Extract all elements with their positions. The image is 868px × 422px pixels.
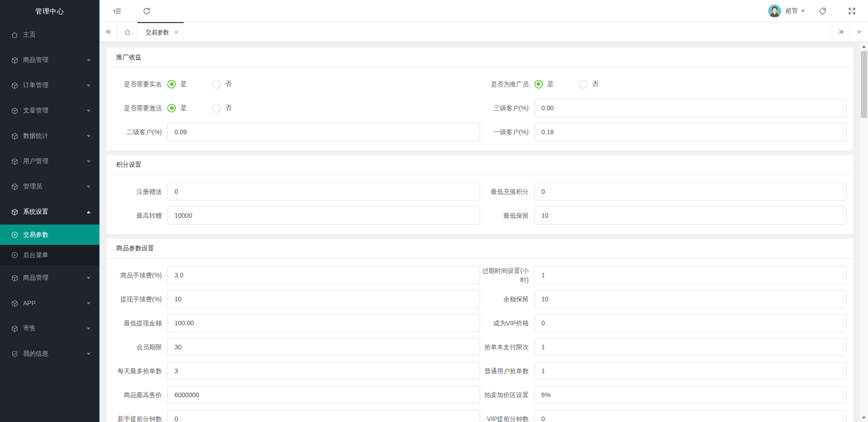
settings-form: 推广收益是否需要实名是否是否为推广员是否是否需要激活是否三级客户(%)二级客户(… (99, 42, 868, 422)
text-input[interactable] (167, 338, 480, 356)
text-input[interactable] (167, 290, 480, 308)
sidebar-item-admin[interactable]: 管理员 (0, 174, 99, 199)
sidebar-item-label: 商品管理 (23, 56, 87, 64)
section-title: 积分设置 (107, 155, 853, 175)
text-input[interactable] (167, 123, 480, 141)
scroll-tabs-left-icon[interactable] (99, 22, 118, 42)
user-menu[interactable]: 超管 (768, 5, 805, 18)
cube-icon (11, 82, 19, 89)
text-input[interactable] (534, 362, 847, 380)
sidebar-item-user-manage[interactable]: 用户管理 (0, 149, 99, 174)
tab-home[interactable] (118, 22, 137, 42)
field-label: 拍卖加价区设置 (480, 390, 534, 399)
text-input[interactable] (534, 386, 847, 404)
field-label: 普通用户抢单数 (480, 366, 534, 375)
tab-options-icon[interactable] (850, 22, 868, 42)
shield-icon (11, 350, 19, 358)
form-row: 最低提现金额成为VIP价格 (107, 314, 853, 332)
field-control (534, 362, 847, 380)
sidebar-item-goods-manage[interactable]: 商品管理 (0, 47, 99, 73)
form-field: 拍卖加价区设置 (480, 386, 854, 404)
sidebar-toggle-icon[interactable] (113, 7, 122, 15)
form-field: 最高转赠 (107, 206, 480, 225)
chevron-down-icon (87, 353, 90, 355)
radio-circle-icon (167, 80, 176, 89)
scrollbar-up-arrow[interactable] (860, 43, 868, 50)
text-input[interactable] (167, 183, 480, 201)
text-input[interactable] (534, 99, 847, 117)
radio-option[interactable]: 否 (212, 104, 231, 113)
radio-option[interactable]: 是 (167, 104, 187, 113)
text-input[interactable] (167, 410, 480, 422)
radio-label: 是 (547, 80, 554, 88)
chevron-down-icon (87, 59, 90, 61)
sidebar-item-app[interactable]: APP (0, 291, 99, 316)
text-input[interactable] (534, 206, 847, 225)
field-control (167, 386, 480, 404)
radio-option[interactable]: 是 (167, 80, 187, 89)
tag-icon[interactable] (818, 7, 827, 15)
text-input[interactable] (167, 266, 480, 284)
sidebar-item-order-manage[interactable]: 订单管理 (0, 73, 99, 98)
chevron-down-icon (801, 10, 805, 12)
text-input[interactable] (534, 183, 847, 201)
radio-option[interactable]: 否 (212, 80, 231, 89)
field-control (534, 338, 847, 356)
radio-label: 否 (225, 104, 231, 112)
field-label: 余额保留 (480, 295, 534, 304)
radio-option[interactable]: 是 (534, 80, 554, 89)
field-label: 是否需要激活 (107, 103, 167, 113)
text-input[interactable] (167, 386, 480, 404)
field-label: 最低充值积分 (480, 187, 534, 196)
text-input[interactable] (167, 206, 480, 225)
form-field: 注册赠送 (107, 183, 480, 201)
field-control (534, 290, 847, 308)
sidebar-item-data-stats[interactable]: 数据统计 (0, 123, 99, 149)
field-control (534, 410, 847, 422)
form-field: 二级客户(%) (107, 123, 480, 141)
card-body: 商品手续费(%)过期时间设置(小时)提现手续费(%)余额保留最低提现金额成为VI… (107, 258, 853, 422)
card-0: 推广收益是否需要实名是否是否为推广员是否是否需要激活是否三级客户(%)二级客户(… (107, 47, 853, 150)
form-field: 是否需要实名是否 (107, 75, 480, 93)
text-input[interactable] (167, 314, 480, 332)
sidebar-item-trade-params[interactable]: 交易参数 (0, 225, 99, 245)
sidebar-item-consignment[interactable]: 寄售 (0, 316, 99, 341)
section-title: 商品参数设置 (107, 239, 853, 258)
scrollbar-down-arrow[interactable] (860, 414, 868, 421)
form-row: 商品最高售价拍卖加价区设置 (107, 386, 853, 404)
field-control (167, 183, 480, 201)
scrollbar-thumb[interactable] (861, 51, 867, 118)
scroll-tabs-right-icon[interactable] (832, 22, 850, 42)
field-label: 会员期限 (107, 342, 167, 352)
scrollbar[interactable] (859, 42, 868, 422)
radio-option[interactable]: 否 (579, 80, 599, 89)
text-input[interactable] (534, 314, 847, 332)
cube-icon (11, 56, 19, 64)
plus-circle-icon (11, 231, 19, 239)
text-input[interactable] (534, 123, 847, 141)
form-field: 每天最多抢单数 (107, 362, 480, 380)
sidebar-item-my-info[interactable]: 我的信息 (0, 341, 99, 366)
text-input[interactable] (534, 338, 847, 356)
form-field: 商品手续费(%) (107, 266, 480, 284)
refresh-icon[interactable] (142, 7, 151, 15)
text-input[interactable] (534, 290, 847, 308)
chevron-down-icon (87, 277, 90, 279)
field-label: 新手提前分钟数 (107, 414, 167, 422)
text-input[interactable] (534, 410, 847, 422)
text-input[interactable] (167, 362, 480, 380)
form-field: 成为VIP价格 (480, 314, 854, 332)
close-icon[interactable]: × (174, 29, 178, 36)
sidebar-item-goods-manage-2[interactable]: 商品管理 (0, 265, 99, 291)
form-field: 是否为推广员是否 (480, 75, 854, 93)
sidebar-item-system-settings[interactable]: 系统设置 (0, 199, 99, 225)
card-1: 积分设置注册赠送最低充值积分最高转赠最低保留 (107, 155, 853, 234)
sidebar-item-article-manage[interactable]: 文章管理 (0, 98, 99, 123)
sidebar-item-backend-menu[interactable]: 后台菜单 (0, 245, 99, 265)
text-input[interactable] (534, 266, 847, 284)
sidebar-item-home[interactable]: 主页 (0, 22, 99, 47)
field-label: 是否需要实名 (107, 80, 167, 89)
tab-trade-params[interactable]: 交易参数 × (137, 22, 184, 42)
fullscreen-icon[interactable] (848, 7, 856, 15)
avatar (768, 5, 781, 18)
